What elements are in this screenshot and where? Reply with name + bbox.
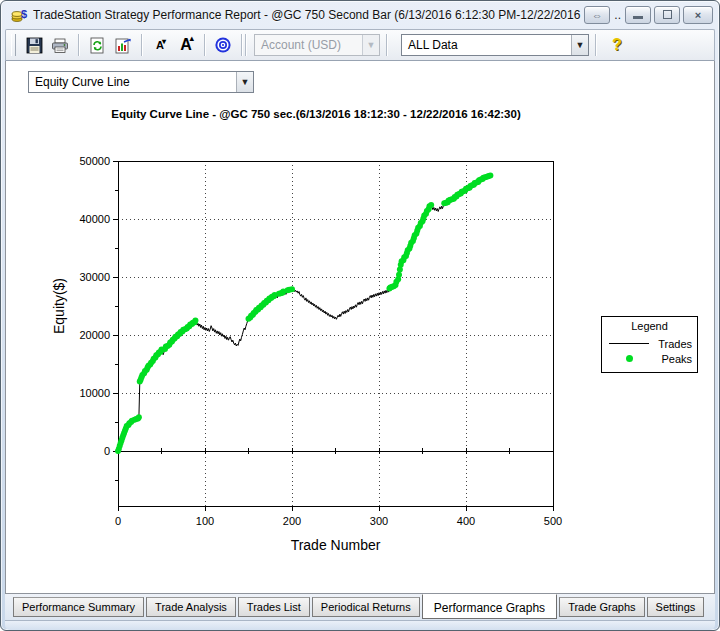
title-overflow: .. [614,8,621,22]
trades-line-sample [609,343,649,344]
tab-trade-graphs[interactable]: Trade Graphs [559,597,644,617]
optimization-target-button[interactable] [211,33,235,57]
svg-text:40000: 40000 [79,213,110,225]
toolbar-separator [241,34,242,56]
graph-type-combo[interactable]: Equity Curve Line ▼ [28,71,254,93]
legend-label-peaks: Peaks [651,353,692,365]
export-report-icon [114,37,133,54]
chevron-down-icon: ▼ [362,35,379,55]
tradestation-window: $ TradeStation Strategy Performance Repo… [0,0,720,631]
svg-text:Equity($): Equity($) [51,278,67,334]
data-range-combo-value: ALL Data [402,38,571,52]
save-button[interactable] [22,33,46,57]
print-icon [51,37,69,54]
export-report-button[interactable] [111,33,135,57]
refresh-report-button[interactable] [85,33,109,57]
increase-font-icon: A▴ [180,36,192,54]
peaks-dot-sample [626,355,633,362]
svg-text:200: 200 [283,515,301,527]
report-toolbar: A▾ A▴ Account (USD) ▼ ALL Data ▼ [5,29,715,61]
legend-label-trades: Trades [651,338,692,350]
svg-text:300: 300 [370,515,388,527]
save-icon [26,37,43,54]
toolbar-separator [595,34,596,56]
title-controls: ⇔ .. × [584,6,713,24]
svg-text:100: 100 [196,515,214,527]
close-icon: × [695,9,701,21]
toolbar-grip[interactable] [11,34,16,56]
tab-performance-graphs[interactable]: Performance Graphs [422,594,557,619]
report-tabs: Performance Summary Trade Analysis Trade… [5,594,715,620]
svg-text:500: 500 [544,515,562,527]
help-button[interactable]: ? [612,36,622,54]
svg-text:400: 400 [457,515,475,527]
svg-text:10000: 10000 [79,387,110,399]
refresh-icon [89,37,106,54]
app-icon: $ [11,7,28,23]
account-combo-value: Account (USD) [255,38,362,52]
nav-arrows-button[interactable]: ⇔ [584,6,610,24]
svg-text:Equity Curve Line - @GC 750 se: Equity Curve Line - @GC 750 sec.(6/13/20… [111,108,521,120]
title-bar: $ TradeStation Strategy Performance Repo… [5,1,715,29]
legend-entry-trades: Trades [607,336,692,351]
restore-icon [663,10,672,19]
toolbar-separator [386,34,387,56]
data-range-combo[interactable]: ALL Data ▼ [401,34,589,56]
minimize-icon [633,16,643,19]
increase-font-button[interactable]: A▴ [174,33,198,57]
target-icon [214,36,232,54]
tab-settings[interactable]: Settings [647,597,705,617]
decrease-font-button[interactable]: A▾ [148,33,172,57]
chevron-down-icon: ▼ [571,35,588,55]
toolbar-separator [78,34,79,56]
legend-entry-peaks: Peaks [607,351,692,366]
toolbar-separator [204,34,205,56]
legend-box: Legend Trades Peaks [601,316,698,373]
svg-text:Trade Number: Trade Number [291,537,381,553]
toolbar-separator [141,34,142,56]
svg-text:0: 0 [104,445,110,457]
minimize-button[interactable] [625,6,651,24]
restore-button[interactable] [654,6,680,24]
svg-text:50000: 50000 [79,155,110,167]
window-title: TradeStation Strategy Performance Report… [33,8,582,22]
tab-trades-list[interactable]: Trades List [238,597,310,617]
tab-periodical-returns[interactable]: Periodical Returns [312,597,420,617]
performance-graphs-panel: Equity Curve Line ▼ 01000020000300004000… [5,61,715,594]
close-button[interactable]: × [683,6,713,24]
svg-text:$: $ [21,8,27,20]
legend-title: Legend [607,320,692,332]
print-button[interactable] [48,33,72,57]
toolbar-separator [245,34,246,56]
graph-type-combo-value: Equity Curve Line [29,75,236,89]
tab-performance-summary[interactable]: Performance Summary [13,597,144,617]
svg-text:0: 0 [115,515,121,527]
decrease-font-icon: A▾ [156,39,164,51]
svg-text:30000: 30000 [79,271,110,283]
window-bottom-edge [5,620,715,630]
account-combo: Account (USD) ▼ [254,34,380,56]
tab-trade-analysis[interactable]: Trade Analysis [146,597,236,617]
chevron-down-icon: ▼ [236,72,253,92]
svg-text:20000: 20000 [79,329,110,341]
